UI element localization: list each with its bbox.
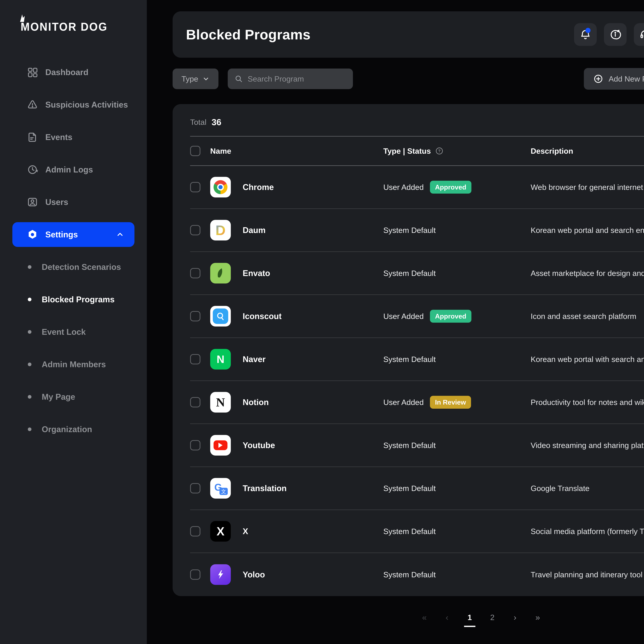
program-type: System Default: [383, 441, 436, 450]
warning-icon: [27, 99, 38, 110]
notifications-button[interactable]: [574, 23, 597, 46]
program-name: Chrome: [243, 182, 274, 192]
sidebar-item-label: Users: [45, 197, 68, 207]
column-name: Name: [210, 147, 231, 155]
page-2-button[interactable]: 2: [487, 613, 498, 622]
program-name: X: [243, 527, 248, 536]
submenu-item-admin-members[interactable]: Admin Members: [12, 352, 134, 377]
program-type: System Default: [383, 226, 436, 235]
chevron-up-icon: [116, 230, 124, 239]
filter-toolbar: Type Add New Program Lock Type Settings: [173, 68, 644, 90]
page-1-button[interactable]: 1: [464, 613, 475, 622]
total-value: 36: [212, 117, 221, 127]
svg-text:?: ?: [438, 149, 441, 153]
program-description: Google Translate: [531, 484, 644, 493]
plus-circle-icon: [593, 74, 603, 84]
submenu-item-organization[interactable]: Organization: [12, 417, 134, 442]
status-badge: In Review: [430, 396, 471, 409]
add-new-program-button[interactable]: Add New Program: [584, 68, 644, 90]
document-icon: [27, 132, 38, 143]
row-checkbox[interactable]: [190, 526, 200, 536]
bullet-dot: [28, 330, 31, 334]
submenu-item-blocked-programs[interactable]: Blocked Programs: [12, 287, 134, 312]
table-row: EnvatoSystem DefaultAsset marketplace fo…: [190, 252, 644, 295]
table-row: NNotionUser AddedIn ReviewProductivity t…: [190, 381, 644, 424]
sidebar: MONITOR DOG Dashboard Suspicious Activit…: [0, 0, 147, 644]
sidebar-item-suspicious-activities[interactable]: Suspicious Activities: [12, 92, 134, 117]
first-page-button[interactable]: «: [419, 613, 430, 622]
submenu-label: Admin Members: [42, 360, 106, 369]
submenu-label: My Page: [42, 392, 75, 402]
youtube-app-icon: [210, 435, 231, 456]
sidebar-item-label: Settings: [45, 230, 78, 239]
row-checkbox[interactable]: [190, 397, 200, 407]
bullet-dot: [28, 298, 31, 301]
prev-page-button[interactable]: ‹: [441, 613, 453, 622]
sidebar-item-admin-logs[interactable]: Admin Logs: [12, 157, 134, 182]
program-description: Productivity tool for notes and wikis: [531, 398, 644, 407]
type-filter-dropdown[interactable]: Type: [173, 69, 218, 89]
row-checkbox[interactable]: [190, 311, 200, 321]
select-all-checkbox[interactable]: [190, 146, 200, 156]
search-box: [228, 69, 353, 89]
iconscout-app-icon: [210, 306, 231, 327]
table-row: IconscoutUser AddedApprovedIcon and asse…: [190, 295, 644, 338]
next-page-button[interactable]: ›: [509, 613, 521, 622]
program-description: Web browser for general internet access: [531, 183, 644, 192]
submenu-item-my-page[interactable]: My Page: [12, 384, 134, 409]
help-question-icon[interactable]: ?: [435, 147, 444, 155]
row-checkbox[interactable]: [190, 268, 200, 278]
row-checkbox[interactable]: [190, 569, 200, 580]
app-window: MONITOR DOG Dashboard Suspicious Activit…: [0, 0, 644, 644]
info-bubble-icon: [609, 29, 621, 40]
program-name: Envato: [243, 268, 270, 278]
sidebar-item-label: Admin Logs: [45, 165, 93, 174]
submenu-item-event-lock[interactable]: Event Lock: [12, 320, 134, 344]
program-name: Youtube: [243, 440, 275, 450]
submenu-item-detection-scenarios[interactable]: Detection Scenarios: [12, 255, 134, 279]
submenu-label: Organization: [42, 425, 92, 434]
history-clock-icon: [27, 164, 38, 175]
notion-app-icon: N: [210, 392, 231, 413]
search-icon: [234, 74, 243, 84]
program-description: Social media platform (formerly Twitter): [531, 527, 644, 536]
chevron-down-icon: [202, 75, 210, 82]
row-checkbox[interactable]: [190, 182, 200, 192]
search-input[interactable]: [248, 74, 346, 83]
type-filter-label: Type: [181, 74, 198, 83]
yoloo-app-icon: [210, 564, 231, 585]
program-type: System Default: [383, 269, 436, 278]
program-description: Travel planning and itinerary tool: [531, 570, 644, 579]
sidebar-item-label: Dashboard: [45, 67, 88, 77]
row-checkbox[interactable]: [190, 483, 200, 493]
headset-icon: [639, 29, 644, 40]
program-type: User Added: [383, 312, 424, 321]
submenu-label: Event Lock: [42, 327, 86, 337]
notification-dot: [585, 28, 591, 33]
status-badge: Approved: [430, 310, 472, 323]
program-type: System Default: [383, 355, 436, 364]
column-type-status: Type | Status: [383, 147, 431, 155]
sidebar-item-events[interactable]: Events: [12, 125, 134, 150]
last-page-button[interactable]: »: [532, 613, 543, 622]
row-checkbox[interactable]: [190, 354, 200, 364]
table-body: ChromeUser AddedApprovedWeb browser for …: [190, 166, 644, 596]
user-card-icon: [27, 196, 38, 208]
program-type: System Default: [383, 570, 436, 579]
program-description: Asset marketplace for design and media: [531, 269, 644, 278]
row-checkbox[interactable]: [190, 225, 200, 235]
row-checkbox[interactable]: [190, 440, 200, 450]
bullet-dot: [28, 395, 31, 399]
sidebar-item-users[interactable]: Users: [12, 190, 134, 214]
main-content: Blocked Programs: [147, 0, 644, 644]
sidebar-item-dashboard[interactable]: Dashboard: [12, 60, 134, 85]
dashboard-icon: [27, 67, 38, 78]
sidebar-item-settings[interactable]: Settings: [12, 222, 134, 247]
bullet-dot: [28, 363, 31, 366]
table-row: XXSystem DefaultSocial media platform (f…: [190, 510, 644, 553]
program-description: Icon and asset search platform: [531, 312, 644, 321]
program-type: System Default: [383, 527, 436, 536]
support-button[interactable]: [634, 23, 644, 46]
blocked-programs-table: Total 36 Name Type | Status ? Descriptio…: [173, 104, 644, 596]
info-button[interactable]: [604, 23, 627, 46]
